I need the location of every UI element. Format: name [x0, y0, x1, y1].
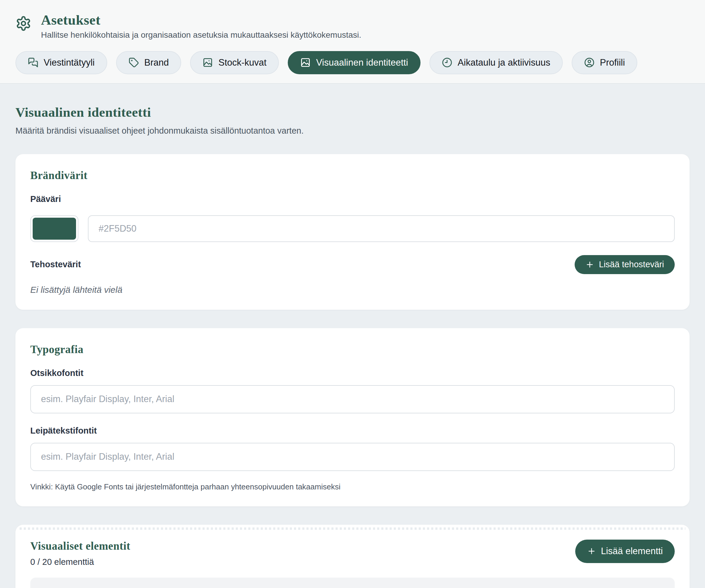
typography-heading: Typografia	[30, 343, 675, 356]
visual-elements-card: Visuaaliset elementit 0 / 20 elementtiä …	[15, 525, 690, 588]
accent-colors-label: Tehostevärit	[30, 260, 81, 269]
app-subtitle: Hallitse henkilökohtaisia ja organisaati…	[41, 30, 362, 40]
add-accent-color-label: Lisää tehosteväri	[599, 260, 664, 269]
user-circle-icon	[584, 57, 595, 68]
accent-colors-empty-text: Ei lisättyjä lähteitä vielä	[30, 285, 675, 295]
page-title: Visuaalinen identiteetti	[15, 104, 690, 120]
image-icon	[202, 57, 213, 68]
page-subtitle: Määritä brändisi visuaaliset ohjeet johd…	[15, 126, 690, 136]
visual-elements-count: 0 / 20 elementtiä	[30, 557, 130, 567]
tab-brand[interactable]: Brand	[116, 51, 181, 74]
primary-color-hex-input[interactable]	[88, 215, 675, 242]
fonts-hint-text: Vinkki: Käytä Google Fonts tai järjestel…	[30, 482, 675, 492]
tab-label: Profiili	[600, 57, 625, 68]
visual-elements-heading: Visuaaliset elementit	[30, 540, 130, 552]
primary-color-label: Pääväri	[30, 194, 675, 204]
add-element-button[interactable]: Lisää elementti	[575, 540, 675, 563]
primary-color-swatch-fill	[33, 218, 76, 240]
add-element-label: Lisää elementti	[601, 546, 663, 556]
tab-label: Viestintätyyli	[44, 57, 95, 68]
tag-icon	[129, 57, 139, 68]
heading-fonts-label: Otsikkofontit	[30, 368, 675, 378]
tab-stock-kuvat[interactable]: Stock-kuvat	[190, 51, 279, 74]
dashed-divider	[19, 528, 686, 530]
body-fonts-label: Leipätekstifontit	[30, 426, 675, 436]
tab-viestintatyyli[interactable]: Viestintätyyli	[15, 51, 107, 74]
typography-card: Typografia Otsikkofontit Leipätekstifont…	[15, 328, 690, 506]
tab-profiili[interactable]: Profiili	[572, 51, 637, 74]
tab-label: Brand	[144, 57, 169, 68]
tab-visuaalinen-identiteetti[interactable]: Visuaalinen identiteetti	[288, 51, 421, 74]
chat-icon	[28, 57, 38, 68]
tab-label: Visuaalinen identiteetti	[316, 57, 408, 68]
plus-icon	[587, 547, 596, 556]
image-icon	[300, 57, 311, 68]
heading-fonts-input[interactable]	[30, 385, 675, 413]
visual-elements-dropzone[interactable]	[30, 578, 675, 588]
app-title: Asetukset	[41, 12, 362, 28]
clock-icon	[442, 57, 452, 68]
tab-label: Stock-kuvat	[218, 57, 266, 68]
gear-icon	[15, 15, 32, 32]
tab-aikataulu-ja-aktiivisuus[interactable]: Aikataulu ja aktiivisuus	[429, 51, 563, 74]
settings-tabs: Viestintätyyli Brand Stock-kuvat Visua	[15, 51, 690, 74]
body-fonts-input[interactable]	[30, 443, 675, 471]
primary-color-swatch[interactable]	[30, 215, 79, 242]
add-accent-color-button[interactable]: Lisää tehosteväri	[575, 255, 675, 274]
brand-colors-card: Brändivärit Pääväri Tehostevärit Lisää t…	[15, 154, 690, 310]
tab-label: Aikataulu ja aktiivisuus	[458, 57, 550, 68]
brand-colors-heading: Brändivärit	[30, 169, 675, 182]
plus-icon	[585, 260, 594, 269]
main-content: Visuaalinen identiteetti Määritä brändis…	[0, 84, 705, 588]
page-header: Asetukset Hallitse henkilökohtaisia ja o…	[0, 0, 705, 84]
